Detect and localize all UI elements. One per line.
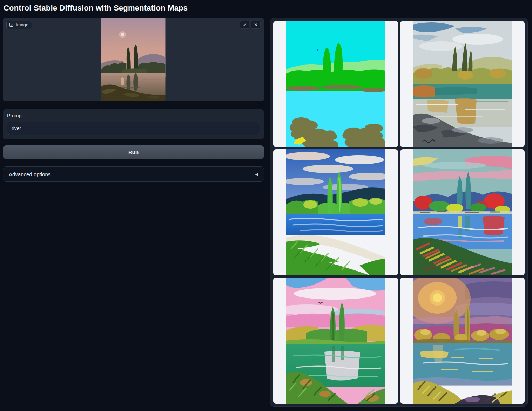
gallery-image-green-river — [286, 149, 385, 275]
advanced-options-label: Advanced options — [9, 171, 50, 177]
gallery-item-5[interactable] — [273, 278, 398, 404]
gallery-image-sunset — [413, 278, 512, 404]
uploaded-image — [101, 18, 165, 101]
input-image-panel: Image — [3, 18, 264, 101]
x-icon — [254, 22, 258, 27]
accordion-collapse-icon: ◀ — [255, 172, 258, 177]
gallery-image-segmentation-map — [286, 21, 385, 147]
image-icon — [9, 22, 14, 27]
main-row: Image — [3, 18, 529, 407]
prompt-panel: Prompt — [3, 109, 264, 139]
image-actions — [240, 21, 261, 29]
gallery-image-pink-sky — [286, 278, 385, 404]
gallery-item-4[interactable] — [400, 149, 525, 275]
image-label: Image — [6, 21, 32, 29]
gallery-item-2[interactable] — [400, 21, 525, 147]
result-gallery — [270, 18, 528, 407]
left-column: Image — [3, 18, 264, 182]
pencil-icon — [242, 22, 247, 27]
gallery-image-watercolor — [413, 21, 512, 147]
image-label-text: Image — [16, 22, 28, 27]
prompt-label: Prompt — [7, 113, 260, 118]
run-button[interactable]: Run — [3, 145, 264, 159]
clear-image-button[interactable] — [251, 21, 261, 29]
prompt-input[interactable] — [7, 122, 260, 135]
gallery-item-6[interactable] — [400, 278, 525, 404]
advanced-options-accordion[interactable]: Advanced options ◀ — [3, 166, 264, 182]
gallery-image-expressionist — [413, 149, 512, 275]
page-title: Control Stable Diffusion with Segmentati… — [4, 4, 529, 13]
gallery-item-3[interactable] — [273, 149, 398, 275]
edit-image-button[interactable] — [240, 21, 249, 29]
gallery-item-1[interactable] — [273, 21, 398, 147]
